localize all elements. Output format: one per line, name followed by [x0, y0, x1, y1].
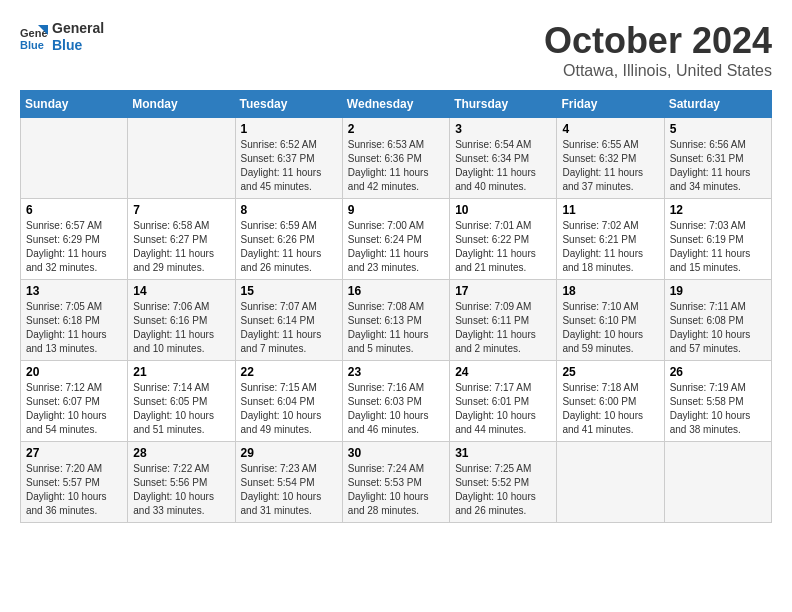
- day-info: Sunrise: 6:56 AM Sunset: 6:31 PM Dayligh…: [670, 138, 766, 194]
- weekday-header-monday: Monday: [128, 91, 235, 118]
- day-info: Sunrise: 7:10 AM Sunset: 6:10 PM Dayligh…: [562, 300, 658, 356]
- day-number: 11: [562, 203, 658, 217]
- day-number: 29: [241, 446, 337, 460]
- day-info: Sunrise: 7:06 AM Sunset: 6:16 PM Dayligh…: [133, 300, 229, 356]
- day-info: Sunrise: 7:23 AM Sunset: 5:54 PM Dayligh…: [241, 462, 337, 518]
- day-number: 26: [670, 365, 766, 379]
- calendar-cell: 16Sunrise: 7:08 AM Sunset: 6:13 PM Dayli…: [342, 280, 449, 361]
- day-number: 25: [562, 365, 658, 379]
- day-number: 18: [562, 284, 658, 298]
- weekday-header-friday: Friday: [557, 91, 664, 118]
- day-number: 3: [455, 122, 551, 136]
- day-number: 9: [348, 203, 444, 217]
- calendar-week-row: 13Sunrise: 7:05 AM Sunset: 6:18 PM Dayli…: [21, 280, 772, 361]
- location-text: Ottawa, Illinois, United States: [544, 62, 772, 80]
- day-info: Sunrise: 7:03 AM Sunset: 6:19 PM Dayligh…: [670, 219, 766, 275]
- day-number: 20: [26, 365, 122, 379]
- calendar-cell: 31Sunrise: 7:25 AM Sunset: 5:52 PM Dayli…: [450, 442, 557, 523]
- day-info: Sunrise: 6:53 AM Sunset: 6:36 PM Dayligh…: [348, 138, 444, 194]
- calendar-cell: [21, 118, 128, 199]
- calendar-cell: 8Sunrise: 6:59 AM Sunset: 6:26 PM Daylig…: [235, 199, 342, 280]
- day-info: Sunrise: 6:54 AM Sunset: 6:34 PM Dayligh…: [455, 138, 551, 194]
- day-number: 10: [455, 203, 551, 217]
- day-number: 19: [670, 284, 766, 298]
- calendar-cell: 15Sunrise: 7:07 AM Sunset: 6:14 PM Dayli…: [235, 280, 342, 361]
- day-info: Sunrise: 7:07 AM Sunset: 6:14 PM Dayligh…: [241, 300, 337, 356]
- day-info: Sunrise: 6:58 AM Sunset: 6:27 PM Dayligh…: [133, 219, 229, 275]
- calendar-cell: 12Sunrise: 7:03 AM Sunset: 6:19 PM Dayli…: [664, 199, 771, 280]
- day-number: 12: [670, 203, 766, 217]
- calendar-cell: 29Sunrise: 7:23 AM Sunset: 5:54 PM Dayli…: [235, 442, 342, 523]
- calendar-cell: 20Sunrise: 7:12 AM Sunset: 6:07 PM Dayli…: [21, 361, 128, 442]
- calendar-cell: 21Sunrise: 7:14 AM Sunset: 6:05 PM Dayli…: [128, 361, 235, 442]
- month-title: October 2024: [544, 20, 772, 62]
- weekday-header-thursday: Thursday: [450, 91, 557, 118]
- weekday-header-saturday: Saturday: [664, 91, 771, 118]
- day-info: Sunrise: 6:59 AM Sunset: 6:26 PM Dayligh…: [241, 219, 337, 275]
- calendar-cell: 28Sunrise: 7:22 AM Sunset: 5:56 PM Dayli…: [128, 442, 235, 523]
- calendar-week-row: 27Sunrise: 7:20 AM Sunset: 5:57 PM Dayli…: [21, 442, 772, 523]
- weekday-header-wednesday: Wednesday: [342, 91, 449, 118]
- calendar-cell: [664, 442, 771, 523]
- calendar-cell: 23Sunrise: 7:16 AM Sunset: 6:03 PM Dayli…: [342, 361, 449, 442]
- logo-icon: General Blue: [20, 23, 48, 51]
- day-info: Sunrise: 7:18 AM Sunset: 6:00 PM Dayligh…: [562, 381, 658, 437]
- calendar-cell: [128, 118, 235, 199]
- calendar-cell: 1Sunrise: 6:52 AM Sunset: 6:37 PM Daylig…: [235, 118, 342, 199]
- day-info: Sunrise: 7:00 AM Sunset: 6:24 PM Dayligh…: [348, 219, 444, 275]
- calendar-header-row: SundayMondayTuesdayWednesdayThursdayFrid…: [21, 91, 772, 118]
- calendar-cell: 18Sunrise: 7:10 AM Sunset: 6:10 PM Dayli…: [557, 280, 664, 361]
- day-info: Sunrise: 7:14 AM Sunset: 6:05 PM Dayligh…: [133, 381, 229, 437]
- calendar-cell: 13Sunrise: 7:05 AM Sunset: 6:18 PM Dayli…: [21, 280, 128, 361]
- calendar-cell: 2Sunrise: 6:53 AM Sunset: 6:36 PM Daylig…: [342, 118, 449, 199]
- calendar-cell: 22Sunrise: 7:15 AM Sunset: 6:04 PM Dayli…: [235, 361, 342, 442]
- day-info: Sunrise: 7:15 AM Sunset: 6:04 PM Dayligh…: [241, 381, 337, 437]
- day-number: 14: [133, 284, 229, 298]
- calendar-week-row: 20Sunrise: 7:12 AM Sunset: 6:07 PM Dayli…: [21, 361, 772, 442]
- calendar-week-row: 1Sunrise: 6:52 AM Sunset: 6:37 PM Daylig…: [21, 118, 772, 199]
- calendar-table: SundayMondayTuesdayWednesdayThursdayFrid…: [20, 90, 772, 523]
- day-number: 17: [455, 284, 551, 298]
- day-number: 5: [670, 122, 766, 136]
- svg-text:Blue: Blue: [20, 39, 44, 51]
- calendar-cell: 4Sunrise: 6:55 AM Sunset: 6:32 PM Daylig…: [557, 118, 664, 199]
- calendar-cell: 5Sunrise: 6:56 AM Sunset: 6:31 PM Daylig…: [664, 118, 771, 199]
- day-number: 27: [26, 446, 122, 460]
- day-number: 7: [133, 203, 229, 217]
- day-number: 24: [455, 365, 551, 379]
- calendar-week-row: 6Sunrise: 6:57 AM Sunset: 6:29 PM Daylig…: [21, 199, 772, 280]
- title-block: October 2024 Ottawa, Illinois, United St…: [544, 20, 772, 80]
- day-info: Sunrise: 7:01 AM Sunset: 6:22 PM Dayligh…: [455, 219, 551, 275]
- day-info: Sunrise: 7:20 AM Sunset: 5:57 PM Dayligh…: [26, 462, 122, 518]
- day-info: Sunrise: 6:57 AM Sunset: 6:29 PM Dayligh…: [26, 219, 122, 275]
- calendar-cell: 3Sunrise: 6:54 AM Sunset: 6:34 PM Daylig…: [450, 118, 557, 199]
- day-number: 21: [133, 365, 229, 379]
- day-info: Sunrise: 7:12 AM Sunset: 6:07 PM Dayligh…: [26, 381, 122, 437]
- day-number: 13: [26, 284, 122, 298]
- day-number: 6: [26, 203, 122, 217]
- day-info: Sunrise: 7:19 AM Sunset: 5:58 PM Dayligh…: [670, 381, 766, 437]
- day-number: 23: [348, 365, 444, 379]
- day-info: Sunrise: 6:52 AM Sunset: 6:37 PM Dayligh…: [241, 138, 337, 194]
- day-info: Sunrise: 7:02 AM Sunset: 6:21 PM Dayligh…: [562, 219, 658, 275]
- calendar-cell: 14Sunrise: 7:06 AM Sunset: 6:16 PM Dayli…: [128, 280, 235, 361]
- day-number: 2: [348, 122, 444, 136]
- calendar-cell: 19Sunrise: 7:11 AM Sunset: 6:08 PM Dayli…: [664, 280, 771, 361]
- calendar-cell: 10Sunrise: 7:01 AM Sunset: 6:22 PM Dayli…: [450, 199, 557, 280]
- calendar-cell: 7Sunrise: 6:58 AM Sunset: 6:27 PM Daylig…: [128, 199, 235, 280]
- day-info: Sunrise: 7:17 AM Sunset: 6:01 PM Dayligh…: [455, 381, 551, 437]
- day-info: Sunrise: 6:55 AM Sunset: 6:32 PM Dayligh…: [562, 138, 658, 194]
- day-number: 15: [241, 284, 337, 298]
- calendar-cell: 11Sunrise: 7:02 AM Sunset: 6:21 PM Dayli…: [557, 199, 664, 280]
- day-number: 28: [133, 446, 229, 460]
- calendar-cell: 24Sunrise: 7:17 AM Sunset: 6:01 PM Dayli…: [450, 361, 557, 442]
- day-info: Sunrise: 7:05 AM Sunset: 6:18 PM Dayligh…: [26, 300, 122, 356]
- day-info: Sunrise: 7:25 AM Sunset: 5:52 PM Dayligh…: [455, 462, 551, 518]
- calendar-cell: 6Sunrise: 6:57 AM Sunset: 6:29 PM Daylig…: [21, 199, 128, 280]
- day-info: Sunrise: 7:11 AM Sunset: 6:08 PM Dayligh…: [670, 300, 766, 356]
- logo: General Blue General Blue: [20, 20, 104, 54]
- calendar-cell: 26Sunrise: 7:19 AM Sunset: 5:58 PM Dayli…: [664, 361, 771, 442]
- day-info: Sunrise: 7:22 AM Sunset: 5:56 PM Dayligh…: [133, 462, 229, 518]
- logo-blue-text: Blue: [52, 37, 104, 54]
- calendar-cell: 27Sunrise: 7:20 AM Sunset: 5:57 PM Dayli…: [21, 442, 128, 523]
